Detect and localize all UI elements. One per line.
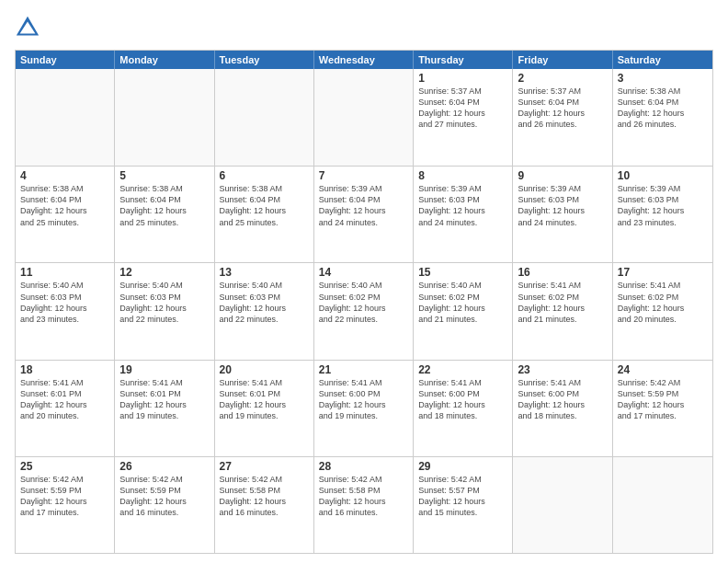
day-number: 13 <box>220 266 309 279</box>
day-number: 18 <box>20 363 109 376</box>
day-number: 21 <box>319 363 408 376</box>
day-number: 10 <box>618 169 708 182</box>
day-number: 28 <box>319 460 408 473</box>
calendar-day-7: 7Sunrise: 5:39 AM Sunset: 6:04 PM Daylig… <box>314 167 414 262</box>
calendar-empty-cell <box>613 457 712 553</box>
calendar-day-18: 18Sunrise: 5:41 AM Sunset: 6:01 PM Dayli… <box>16 361 115 456</box>
day-info: Sunrise: 5:42 AM Sunset: 5:58 PM Dayligh… <box>319 474 408 519</box>
day-info: Sunrise: 5:37 AM Sunset: 6:04 PM Dayligh… <box>518 86 607 131</box>
calendar-header: SundayMondayTuesdayWednesdayThursdayFrid… <box>16 51 712 69</box>
day-number: 25 <box>20 460 109 473</box>
day-info: Sunrise: 5:39 AM Sunset: 6:03 PM Dayligh… <box>418 183 507 228</box>
day-info: Sunrise: 5:41 AM Sunset: 6:01 PM Dayligh… <box>20 377 109 422</box>
day-info: Sunrise: 5:39 AM Sunset: 6:03 PM Dayligh… <box>618 183 708 228</box>
calendar-day-2: 2Sunrise: 5:37 AM Sunset: 6:04 PM Daylig… <box>513 69 612 166</box>
calendar-empty-cell <box>115 69 214 166</box>
day-info: Sunrise: 5:40 AM Sunset: 6:03 PM Dayligh… <box>220 280 309 325</box>
calendar-day-24: 24Sunrise: 5:42 AM Sunset: 5:59 PM Dayli… <box>613 361 712 456</box>
day-info: Sunrise: 5:42 AM Sunset: 5:57 PM Dayligh… <box>418 474 507 519</box>
calendar-week-3: 11Sunrise: 5:40 AM Sunset: 6:03 PM Dayli… <box>16 262 712 359</box>
day-number: 3 <box>618 72 708 85</box>
day-header-wednesday: Wednesday <box>314 51 414 69</box>
calendar-day-16: 16Sunrise: 5:41 AM Sunset: 6:02 PM Dayli… <box>513 263 612 359</box>
calendar-day-1: 1Sunrise: 5:37 AM Sunset: 6:04 PM Daylig… <box>414 69 513 166</box>
day-number: 24 <box>618 363 708 376</box>
day-number: 9 <box>518 169 607 182</box>
calendar-week-4: 18Sunrise: 5:41 AM Sunset: 6:01 PM Dayli… <box>16 360 712 456</box>
day-number: 7 <box>319 169 408 182</box>
calendar-day-28: 28Sunrise: 5:42 AM Sunset: 5:58 PM Dayli… <box>314 457 414 553</box>
day-info: Sunrise: 5:40 AM Sunset: 6:02 PM Dayligh… <box>418 280 507 325</box>
day-number: 8 <box>418 169 507 182</box>
calendar-day-4: 4Sunrise: 5:38 AM Sunset: 6:04 PM Daylig… <box>16 167 115 262</box>
day-info: Sunrise: 5:40 AM Sunset: 6:03 PM Dayligh… <box>20 280 109 325</box>
day-number: 22 <box>418 363 507 376</box>
day-number: 29 <box>418 460 507 473</box>
day-number: 15 <box>418 266 507 279</box>
day-number: 14 <box>319 266 408 279</box>
calendar-week-2: 4Sunrise: 5:38 AM Sunset: 6:04 PM Daylig… <box>16 166 712 262</box>
calendar-day-17: 17Sunrise: 5:41 AM Sunset: 6:02 PM Dayli… <box>613 263 712 359</box>
day-info: Sunrise: 5:41 AM Sunset: 6:00 PM Dayligh… <box>518 377 607 422</box>
calendar-day-23: 23Sunrise: 5:41 AM Sunset: 6:00 PM Dayli… <box>513 361 612 456</box>
calendar-day-10: 10Sunrise: 5:39 AM Sunset: 6:03 PM Dayli… <box>613 167 712 262</box>
calendar-day-26: 26Sunrise: 5:42 AM Sunset: 5:59 PM Dayli… <box>115 457 214 553</box>
day-header-tuesday: Tuesday <box>215 51 314 69</box>
calendar: SundayMondayTuesdayWednesdayThursdayFrid… <box>15 50 713 554</box>
day-number: 2 <box>518 72 607 85</box>
day-number: 12 <box>119 266 209 279</box>
day-number: 27 <box>220 460 309 473</box>
calendar-empty-cell <box>513 457 612 553</box>
day-info: Sunrise: 5:39 AM Sunset: 6:04 PM Dayligh… <box>319 183 408 228</box>
day-info: Sunrise: 5:37 AM Sunset: 6:04 PM Dayligh… <box>418 86 507 131</box>
day-info: Sunrise: 5:42 AM Sunset: 5:58 PM Dayligh… <box>220 474 309 519</box>
day-number: 1 <box>418 72 507 85</box>
day-info: Sunrise: 5:41 AM Sunset: 6:00 PM Dayligh… <box>418 377 507 422</box>
calendar-week-1: 1Sunrise: 5:37 AM Sunset: 6:04 PM Daylig… <box>16 69 712 166</box>
calendar-day-21: 21Sunrise: 5:41 AM Sunset: 6:00 PM Dayli… <box>314 361 414 456</box>
day-number: 19 <box>119 363 209 376</box>
calendar-day-9: 9Sunrise: 5:39 AM Sunset: 6:03 PM Daylig… <box>513 167 612 262</box>
day-info: Sunrise: 5:39 AM Sunset: 6:03 PM Dayligh… <box>518 183 607 228</box>
calendar-day-14: 14Sunrise: 5:40 AM Sunset: 6:02 PM Dayli… <box>314 263 414 359</box>
header <box>15 15 713 40</box>
day-info: Sunrise: 5:38 AM Sunset: 6:04 PM Dayligh… <box>618 86 708 131</box>
day-info: Sunrise: 5:40 AM Sunset: 6:02 PM Dayligh… <box>319 280 408 325</box>
calendar-empty-cell <box>215 69 314 166</box>
day-number: 11 <box>20 266 109 279</box>
calendar-week-5: 25Sunrise: 5:42 AM Sunset: 5:59 PM Dayli… <box>16 456 712 553</box>
calendar-empty-cell <box>16 69 115 166</box>
day-info: Sunrise: 5:38 AM Sunset: 6:04 PM Dayligh… <box>220 183 309 228</box>
calendar-day-22: 22Sunrise: 5:41 AM Sunset: 6:00 PM Dayli… <box>414 361 513 456</box>
day-info: Sunrise: 5:41 AM Sunset: 6:02 PM Dayligh… <box>518 280 607 325</box>
calendar-day-6: 6Sunrise: 5:38 AM Sunset: 6:04 PM Daylig… <box>215 167 314 262</box>
day-info: Sunrise: 5:42 AM Sunset: 5:59 PM Dayligh… <box>618 377 708 422</box>
day-info: Sunrise: 5:41 AM Sunset: 6:00 PM Dayligh… <box>319 377 408 422</box>
day-number: 6 <box>220 169 309 182</box>
calendar-day-29: 29Sunrise: 5:42 AM Sunset: 5:57 PM Dayli… <box>414 457 513 553</box>
calendar-day-15: 15Sunrise: 5:40 AM Sunset: 6:02 PM Dayli… <box>414 263 513 359</box>
day-info: Sunrise: 5:42 AM Sunset: 5:59 PM Dayligh… <box>119 474 209 519</box>
calendar-empty-cell <box>314 69 414 166</box>
day-number: 20 <box>220 363 309 376</box>
calendar-day-3: 3Sunrise: 5:38 AM Sunset: 6:04 PM Daylig… <box>613 69 712 166</box>
day-info: Sunrise: 5:42 AM Sunset: 5:59 PM Dayligh… <box>20 474 109 519</box>
day-header-monday: Monday <box>115 51 214 69</box>
day-number: 4 <box>20 169 109 182</box>
calendar-body: 1Sunrise: 5:37 AM Sunset: 6:04 PM Daylig… <box>16 69 712 553</box>
day-info: Sunrise: 5:41 AM Sunset: 6:01 PM Dayligh… <box>220 377 309 422</box>
day-info: Sunrise: 5:38 AM Sunset: 6:04 PM Dayligh… <box>20 183 109 228</box>
day-header-saturday: Saturday <box>613 51 712 69</box>
page: SundayMondayTuesdayWednesdayThursdayFrid… <box>0 0 728 563</box>
calendar-day-20: 20Sunrise: 5:41 AM Sunset: 6:01 PM Dayli… <box>215 361 314 456</box>
calendar-day-19: 19Sunrise: 5:41 AM Sunset: 6:01 PM Dayli… <box>115 361 214 456</box>
calendar-day-25: 25Sunrise: 5:42 AM Sunset: 5:59 PM Dayli… <box>16 457 115 553</box>
day-info: Sunrise: 5:41 AM Sunset: 6:02 PM Dayligh… <box>618 280 708 325</box>
day-number: 26 <box>119 460 209 473</box>
day-info: Sunrise: 5:38 AM Sunset: 6:04 PM Dayligh… <box>119 183 209 228</box>
calendar-day-12: 12Sunrise: 5:40 AM Sunset: 6:03 PM Dayli… <box>115 263 214 359</box>
day-info: Sunrise: 5:41 AM Sunset: 6:01 PM Dayligh… <box>119 377 209 422</box>
calendar-day-5: 5Sunrise: 5:38 AM Sunset: 6:04 PM Daylig… <box>115 167 214 262</box>
day-number: 23 <box>518 363 607 376</box>
day-number: 5 <box>119 169 209 182</box>
